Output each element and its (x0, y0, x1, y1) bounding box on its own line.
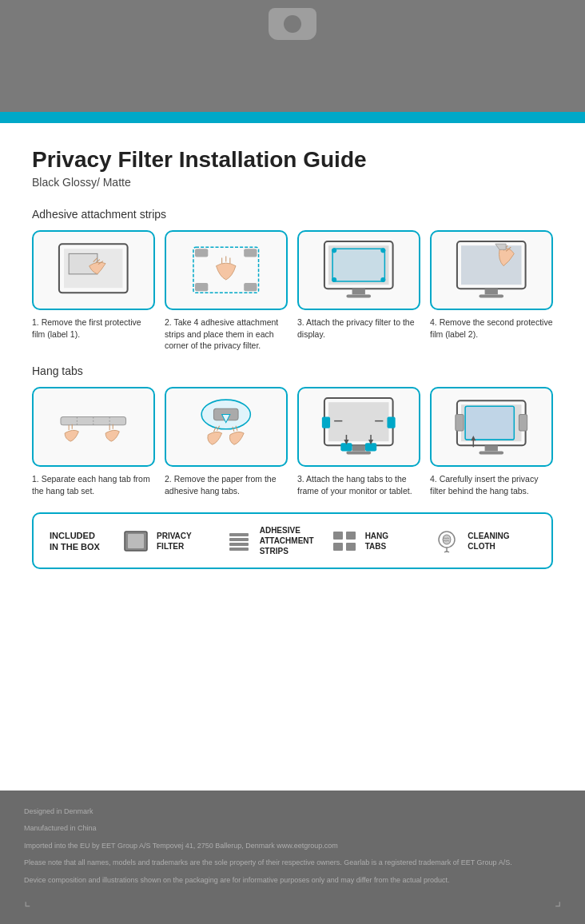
step-adhesive-2: 2. Take 4 adhesive attachment strips and… (165, 230, 288, 352)
step-hang-3-image (297, 387, 420, 467)
svg-rect-10 (244, 283, 257, 291)
step-adhesive-4-text: 4. Remove the second protective film (la… (430, 317, 553, 340)
step-hang-4: 4. Carefully insert the privacy filter b… (430, 387, 553, 496)
step-adhesive-1: 1. Remove the first protective film (lab… (32, 230, 155, 352)
step-hang-2-image (165, 387, 288, 467)
included-box: INCLUDEDIN THE BOX PRIVACYFILTER ADHESIV… (32, 512, 553, 569)
included-cloth: CLEANINGCLOTH (432, 527, 519, 556)
svg-rect-61 (456, 415, 464, 431)
svg-rect-67 (128, 534, 144, 548)
svg-rect-62 (519, 415, 527, 431)
outer-wrapper: Privacy Filter Installation Guide Black … (0, 0, 585, 924)
step-adhesive-3-text: 3. Attach the privacy filter to the disp… (297, 317, 420, 340)
svg-rect-18 (332, 249, 384, 281)
guide-subtitle: Black Glossy/ Matte (32, 176, 553, 189)
svg-rect-48 (388, 417, 396, 428)
section2-steps: 1. Separate each hang tab from the hang … (32, 387, 553, 496)
included-tabs: HANGTABS (330, 527, 417, 556)
svg-rect-60 (480, 452, 504, 455)
hanger-hole (269, 8, 316, 40)
step-hang-1-text: 1. Separate each hang tab from the hang … (32, 473, 155, 496)
filter-icon (121, 527, 150, 556)
packaging-top (0, 0, 585, 112)
step-adhesive-4-image (430, 230, 553, 310)
svg-rect-16 (352, 289, 365, 294)
cloth-icon (432, 527, 461, 556)
svg-rect-17 (347, 295, 372, 298)
included-filter-label: PRIVACYFILTER (157, 531, 192, 552)
included-strips: ADHESIVEATTACHMENTSTRIPS (225, 525, 314, 556)
svg-rect-8 (244, 249, 257, 257)
svg-rect-68 (229, 533, 249, 536)
footer-line4: Please note that all names, models and t… (24, 858, 561, 869)
step-hang-1-image (32, 387, 155, 467)
svg-point-22 (381, 277, 386, 282)
footer-line5: Device composition and illustrations sho… (24, 875, 561, 886)
svg-rect-70 (229, 543, 249, 546)
svg-rect-74 (333, 543, 343, 551)
blue-stripe (0, 112, 585, 123)
footer-line2: Manufactured in China (24, 823, 561, 834)
section1-title: Adhesive attachment strips (32, 208, 553, 221)
included-cloth-label: CLEANINGCLOTH (468, 531, 509, 552)
section2-title: Hang tabs (32, 364, 553, 377)
step-adhesive-1-text: 1. Remove the first protective film (lab… (32, 317, 155, 340)
main-content: Privacy Filter Installation Guide Black … (0, 123, 585, 791)
svg-rect-69 (229, 538, 249, 541)
step-hang-3-text: 3. Attach the hang tabs to the frame of … (297, 473, 420, 496)
included-strips-label: ADHESIVEATTACHMENTSTRIPS (260, 525, 314, 556)
corner-bottom-right: ⌟ (555, 894, 561, 908)
svg-rect-72 (333, 532, 343, 540)
section1-steps: 1. Remove the first protective film (lab… (32, 230, 553, 352)
svg-point-21 (332, 277, 336, 282)
svg-rect-63 (465, 407, 514, 440)
guide-title: Privacy Filter Installation Guide (32, 147, 553, 173)
svg-rect-75 (346, 543, 356, 551)
corner-bottom-left: ⌞ (24, 894, 30, 908)
svg-rect-59 (485, 446, 498, 452)
step-hang-2-text: 2. Remove the paper from the adhesive ha… (165, 473, 288, 496)
footer-line1: Designed in Denmark (24, 807, 561, 818)
step-adhesive-2-text: 2. Take 4 adhesive attachment strips and… (165, 317, 288, 352)
svg-rect-46 (347, 452, 372, 455)
step-adhesive-1-image (32, 230, 155, 310)
step-adhesive-3: 3. Attach the privacy filter to the disp… (297, 230, 420, 352)
step-hang-4-text: 4. Carefully insert the privacy filter b… (430, 473, 553, 496)
strips-icon (225, 527, 253, 556)
included-filter: PRIVACYFILTER (121, 527, 209, 556)
svg-rect-44 (328, 402, 388, 441)
tabs-icon (330, 527, 359, 556)
packaging-bottom: Designed in Denmark Manufactured in Chin… (0, 791, 585, 925)
svg-rect-9 (195, 283, 208, 291)
step-hang-1: 1. Separate each hang tab from the hang … (32, 387, 155, 496)
step-adhesive-3-image (297, 230, 420, 310)
svg-rect-73 (346, 532, 356, 540)
step-hang-2: 2. Remove the paper from the adhesive ha… (165, 387, 288, 496)
bottom-corners: ⌞ ⌟ (24, 894, 561, 908)
included-tabs-label: HANGTABS (365, 531, 388, 552)
svg-point-20 (381, 248, 386, 253)
step-adhesive-2-image (165, 230, 288, 310)
included-label: INCLUDEDIN THE BOX (50, 530, 105, 553)
step-hang-4-image (430, 387, 553, 467)
step-adhesive-4: 4. Remove the second protective film (la… (430, 230, 553, 352)
svg-rect-25 (485, 289, 498, 294)
svg-rect-71 (229, 548, 249, 551)
footer-line3: Imported into the EU by EET Group A/S Te… (24, 841, 561, 852)
svg-rect-26 (480, 295, 504, 298)
svg-point-19 (332, 248, 336, 253)
svg-rect-47 (322, 417, 330, 428)
step-hang-3: 3. Attach the hang tabs to the frame of … (297, 387, 420, 496)
svg-rect-45 (352, 446, 365, 452)
svg-rect-7 (195, 249, 208, 257)
